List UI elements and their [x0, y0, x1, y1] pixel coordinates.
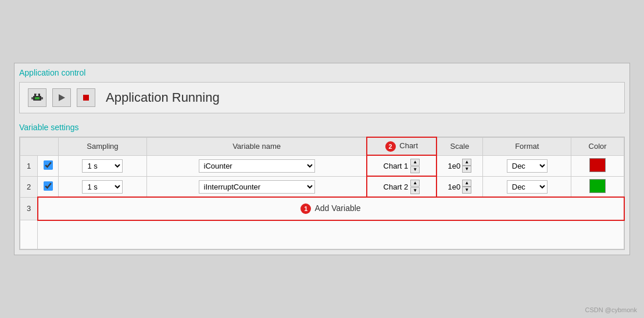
row2-checkbox-cell — [38, 176, 59, 197]
plugin-icon — [31, 92, 43, 103]
row1-chart: Chart 1 ▲ ▼ — [367, 155, 437, 176]
col-header-empty — [20, 137, 59, 155]
stop-button[interactable] — [77, 88, 95, 107]
row1-chart-spin-down[interactable]: ▼ — [410, 166, 420, 173]
row1-color — [571, 155, 624, 176]
row1-varname-select[interactable]: iCounter — [199, 159, 315, 173]
play-icon — [58, 94, 66, 102]
row1-scale-down[interactable]: ▼ — [462, 166, 471, 173]
svg-marker-8 — [59, 94, 65, 101]
row1-checkbox[interactable] — [44, 160, 53, 170]
col-header-scale: Scale — [437, 137, 483, 155]
add-variable-row: 3 1 Add Variable — [20, 197, 624, 220]
row2-checkbox[interactable] — [44, 181, 53, 191]
row2-color — [571, 176, 624, 197]
row-num-1: 1 — [20, 155, 38, 176]
app-control-bar: Application Running — [19, 82, 625, 113]
row-num-3: 3 — [20, 197, 38, 220]
variable-settings: Variable settings Sampling Variable name… — [19, 123, 625, 250]
svg-rect-5 — [35, 97, 40, 99]
row2-format-select[interactable]: Dec — [507, 180, 548, 194]
row1-sampling-select[interactable]: 1 s — [82, 159, 123, 173]
row2-chart: Chart 2 ▲ ▼ — [367, 176, 437, 197]
row1-scale: 1e0 ▲ ▼ — [437, 155, 483, 176]
row2-scale-up[interactable]: ▲ — [462, 180, 471, 187]
row2-chart-spin-up[interactable]: ▲ — [410, 180, 420, 187]
row1-format: Dec — [483, 155, 571, 176]
chart-header-label: Chart — [399, 141, 418, 150]
row2-varname: iInterruptCounter — [146, 176, 367, 197]
row1-varname: iCounter — [146, 155, 367, 176]
row2-chart-spin-down[interactable]: ▼ — [410, 187, 420, 194]
col-header-format: Format — [483, 137, 571, 155]
row1-scale-up[interactable]: ▲ — [462, 159, 471, 166]
add-variable-cell[interactable]: 1 Add Variable — [38, 197, 624, 220]
row1-sampling: 1 s — [59, 155, 147, 176]
variable-settings-title: Variable settings — [19, 123, 625, 132]
row2-sampling-select[interactable]: 1 s — [82, 180, 123, 194]
plugin-button[interactable] — [28, 88, 46, 107]
row1-checkbox-cell — [38, 155, 59, 176]
row2-scale-value: 1e0 — [448, 183, 461, 191]
row1-scale-value: 1e0 — [448, 162, 461, 170]
row2-sampling: 1 s — [59, 176, 147, 197]
app-control-title: Application control — [19, 68, 625, 77]
col-header-varname: Variable name — [146, 137, 367, 155]
add-variable-label: Add Variable — [314, 203, 360, 213]
watermark: CSDN @cybmonk — [585, 306, 637, 313]
row-num-2: 2 — [20, 176, 38, 197]
row2-color-swatch[interactable] — [589, 179, 606, 193]
variable-table: Sampling Variable name 2 Chart Scale For… — [20, 137, 624, 249]
main-container: Application control — [14, 63, 630, 255]
table-row: 2 1 s iInterruptCounter — [20, 176, 624, 197]
row1-format-select[interactable]: Dec — [507, 159, 548, 173]
row1-chart-value: Chart 1 — [384, 162, 409, 170]
stop-icon — [82, 94, 90, 102]
col-header-chart: 2 Chart — [367, 137, 437, 155]
run-button[interactable] — [52, 88, 71, 107]
variable-table-wrapper: Sampling Variable name 2 Chart Scale For… — [19, 137, 625, 250]
table-row: 1 1 s iCounter — [20, 155, 624, 176]
svg-rect-3 — [31, 97, 33, 99]
svg-rect-4 — [41, 97, 43, 99]
addvar-badge: 1 — [300, 203, 311, 214]
row2-format: Dec — [483, 176, 571, 197]
row2-scale: 1e0 ▲ ▼ — [437, 176, 483, 197]
row1-chart-spin-up[interactable]: ▲ — [410, 159, 420, 166]
app-status: Application Running — [106, 90, 220, 105]
empty-row — [20, 220, 624, 249]
row2-varname-select[interactable]: iInterruptCounter — [199, 180, 315, 194]
row1-color-swatch[interactable] — [589, 158, 606, 172]
row2-scale-down[interactable]: ▼ — [462, 187, 471, 194]
row1-chart-spin: ▲ ▼ — [410, 159, 420, 173]
col-header-sampling: Sampling — [59, 137, 147, 155]
col-header-color: Color — [571, 137, 624, 155]
chart-badge: 2 — [385, 141, 396, 152]
empty-row-num — [20, 220, 38, 249]
row2-chart-spin: ▲ ▼ — [410, 180, 420, 194]
row2-chart-value: Chart 2 — [384, 183, 409, 191]
empty-row-content — [38, 220, 624, 249]
svg-rect-9 — [83, 95, 89, 101]
